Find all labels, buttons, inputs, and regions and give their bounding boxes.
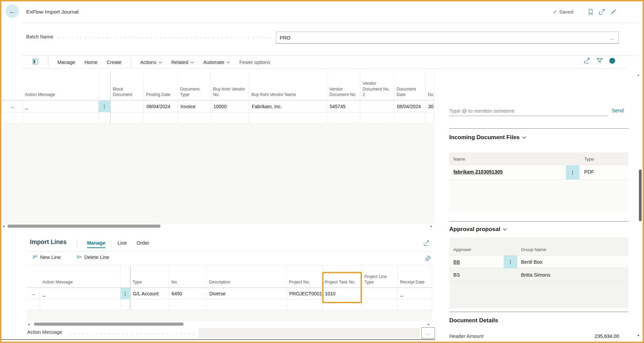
hscroll-thumb[interactable] [7,225,160,228]
row-selector-arrow-icon[interactable] [2,101,22,112]
col-header-vendor-document-no-2[interactable]: Vendor Document No. 2 [360,72,394,100]
col-header-posting-date[interactable]: Posting Date [144,72,178,100]
col-header-action-message[interactable]: Action Message [22,72,99,100]
cell-document-type[interactable]: Invoice [178,101,211,112]
collapse-icon[interactable] [610,8,617,16]
empty-cell[interactable] [22,112,99,123]
info-icon[interactable]: i [608,57,616,65]
empty-cell[interactable] [207,299,286,310]
batch-more-button[interactable]: ... [607,35,619,40]
menu-home[interactable]: Home [84,60,98,65]
col-header-buy-from-vendor-no[interactable]: Buy-from Vendor No. [211,72,249,100]
main-grid-hscrollbar[interactable] [2,224,434,228]
empty-cell[interactable] [425,112,434,123]
cell-project-line-type[interactable] [362,288,398,299]
batch-name-input[interactable] [276,35,607,40]
scroll-left-icon[interactable] [3,224,4,228]
cell-project-no[interactable]: PROJECT00010 [286,288,322,299]
col-header-description[interactable]: Description [207,265,286,288]
document-details-header[interactable]: Document Details [449,317,498,324]
files-name-header[interactable]: Name [453,157,584,162]
cell-buy-from-vendor-name[interactable]: Fabrikam, Inc. [249,101,327,112]
cell-document-date[interactable]: 08/04/2024 [394,101,425,112]
filter-icon[interactable] [596,57,604,65]
share-icon[interactable] [583,57,591,65]
pin-icon[interactable] [424,255,432,264]
customize-board-icon[interactable] [32,58,39,66]
empty-cell[interactable] [286,299,322,310]
back-button[interactable] [5,4,19,18]
approval-proposal-header[interactable]: Approval proposal [449,226,507,233]
vscroll-thumb[interactable] [639,169,642,221]
import-lines-share-icon[interactable] [423,240,430,248]
col-header-buy-from-vendor-name[interactable]: Buy-from Vendor Name [249,72,327,100]
cell-receipt-date[interactable]: _ [398,288,432,299]
open-in-new-window-icon[interactable] [598,8,606,16]
menu-fewer-options[interactable]: Fewer options [239,60,270,65]
scroll-left-icon[interactable] [28,322,30,326]
scroll-down-icon[interactable] [638,333,639,337]
empty-cell[interactable] [398,299,432,310]
empty-cell[interactable] [327,112,360,123]
new-line-button[interactable]: New Line [32,254,60,260]
cell-description[interactable]: Diverse [207,288,286,299]
approver-cell[interactable]: BS [453,268,460,281]
tab-manage[interactable]: Manage [87,240,105,248]
scroll-right-icon[interactable] [431,224,432,228]
empty-cell[interactable] [362,299,398,310]
cell-no[interactable]: 6450 [169,288,207,299]
col-header-vendor-document-no[interactable]: Vendor Document No. [327,72,360,100]
cell-block-document[interactable] [110,101,144,112]
empty-cell[interactable] [40,299,121,310]
cell-buy-from-vendor-no[interactable]: 10000 [211,101,249,112]
footer-action-message-input[interactable] [199,328,420,338]
row-menu-button[interactable] [99,101,110,112]
cell-action-message[interactable]: _ [40,288,121,299]
tab-line[interactable]: Line [118,240,127,246]
menu-manage[interactable]: Manage [57,60,75,65]
empty-cell[interactable] [249,112,327,123]
group-name-header[interactable]: Group Name [521,247,546,252]
cell-vendor-document-no-2[interactable] [360,101,394,112]
comment-input[interactable] [449,105,608,116]
col-header-document-type[interactable]: Document Type [178,72,211,100]
scroll-right-icon[interactable] [428,322,430,326]
col-header-type[interactable]: Type [130,265,169,288]
file-row-menu-button[interactable] [566,165,579,180]
menu-actions[interactable]: Actions [140,60,162,65]
empty-cell[interactable] [130,299,169,310]
cell-type[interactable]: G/L Account [130,288,169,299]
footer-more-button[interactable]: ... [421,327,435,339]
cell-posting-date[interactable]: 08/04/2024 [144,101,178,112]
hscroll-thumb[interactable] [34,323,184,326]
empty-cell[interactable] [178,112,211,123]
scroll-up-icon[interactable] [638,73,639,77]
cell-action-message[interactable]: _ [22,101,99,112]
empty-cell[interactable] [322,299,362,310]
cell-project-task-no[interactable]: 1010 [322,288,362,299]
col-header-block-document[interactable]: Block Document [110,72,144,100]
empty-cell[interactable] [394,112,425,123]
group-name-cell[interactable]: Bertil Boo [521,256,542,268]
empty-cell[interactable] [360,112,394,123]
cell-due[interactable]: 30 [425,101,434,112]
empty-cell[interactable] [211,112,249,123]
menu-create[interactable]: Create [107,60,122,65]
col-header-no[interactable]: No. [169,265,207,288]
col-header-document-date[interactable]: Document Date [394,72,425,100]
tab-order[interactable]: Order [137,240,149,246]
col-header-action-message[interactable]: Action Message [40,265,121,288]
empty-cell[interactable] [110,112,144,123]
incoming-document-files-header[interactable]: Incoming Document Files [449,134,526,141]
files-type-header[interactable]: Type [584,157,628,162]
row-selector-arrow-icon[interactable] [27,288,40,299]
approver-header[interactable]: Approver [453,247,471,252]
menu-related[interactable]: Related [171,60,194,65]
empty-cell[interactable] [144,112,178,123]
delete-line-button[interactable]: Delete Line [76,254,109,260]
group-name-cell[interactable]: Britta Simons [521,268,550,281]
file-name-link[interactable]: fabrikam 2103051305 [453,169,503,175]
col-header-receipt-date[interactable]: Receipt Date [398,265,432,288]
send-button[interactable]: Send [612,108,624,113]
cell-vendor-document-no[interactable]: 545745 [327,101,360,112]
